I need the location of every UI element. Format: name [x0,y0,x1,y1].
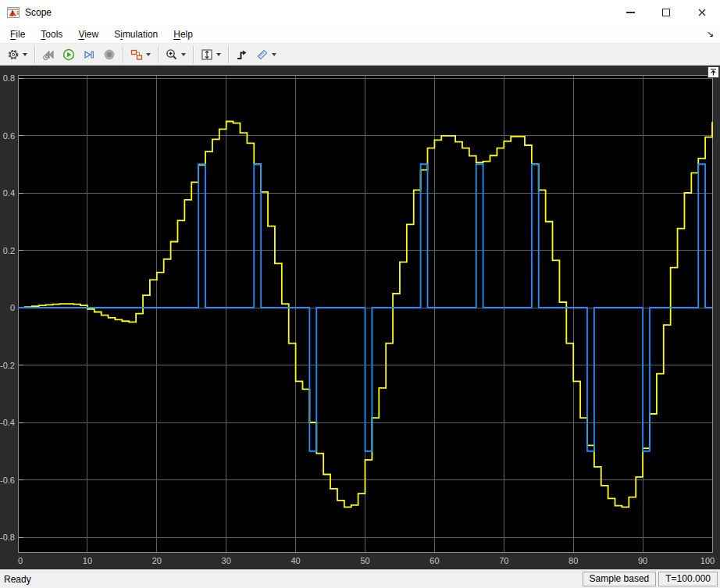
chevron-down-icon [216,53,221,56]
step-back-icon [42,48,55,61]
zoom-icon [166,48,178,61]
svg-text:0.4: 0.4 [3,188,15,198]
toolbar-separator [193,46,194,63]
menu-item-file[interactable]: File [2,27,33,42]
plot-panel: 01020304050607080901000.80.60.40.20-0.2-… [0,66,720,569]
arrow-up-to-bar-icon [709,68,718,77]
svg-text:70: 70 [499,556,508,565]
trigger-icon [236,48,248,61]
status-ready: Ready [4,574,583,585]
window-title: Scope [25,7,612,18]
title-bar: Scope [0,0,720,25]
fit-to-view-button[interactable] [198,45,224,64]
svg-text:20: 20 [152,556,162,565]
matlab-scope-app-icon [7,6,20,19]
menu-bar: FileToolsViewSimulationHelp↘ [0,25,720,44]
svg-text:40: 40 [290,556,300,565]
svg-text:90: 90 [638,556,647,565]
menu-item-view[interactable]: View [70,27,106,42]
status-bar: Ready Sample based T=100.000 [0,569,720,588]
svg-text:-0.2: -0.2 [0,361,15,370]
run-button[interactable] [59,45,78,64]
svg-text:100: 100 [700,556,715,565]
scope-window: Scope FileToolsViewSimulationHelp↘ 01020… [0,0,720,588]
toolbar-separator [228,46,229,63]
svg-text:80: 80 [569,556,578,565]
toolbar-separator [123,46,123,63]
step-forward-icon [83,48,95,61]
scope-plot[interactable]: 01020304050607080901000.80.60.40.20-0.2-… [0,66,720,569]
menu-item-simulation[interactable]: Simulation [106,27,166,42]
menu-item-tools[interactable]: Tools [33,27,70,42]
settings-gear-icon [7,48,20,61]
menu-item-help[interactable]: Help [166,27,201,42]
svg-text:-0.6: -0.6 [0,476,15,485]
chevron-down-icon [181,53,186,56]
run-icon [62,48,75,61]
svg-text:50: 50 [360,556,369,565]
toolbar-separator [158,46,159,63]
status-sample-mode: Sample based [583,572,657,586]
highlight-simulink-block-icon [130,48,143,61]
step-forward-button[interactable] [80,45,98,64]
stop-icon [103,48,116,61]
chevron-down-icon [23,53,27,56]
minimize-button[interactable] [612,0,648,25]
cursor-measurements-icon [256,48,269,61]
settings-gear-button[interactable] [4,45,30,64]
maximize-button[interactable] [648,0,684,25]
highlight-simulink-block-button[interactable] [127,45,154,64]
step-back-button[interactable] [39,45,58,64]
stop-button[interactable] [100,45,119,64]
svg-text:60: 60 [430,556,439,565]
svg-text:-0.8: -0.8 [0,533,15,542]
chevron-down-icon [272,53,276,56]
status-time: T=100.000 [658,572,718,586]
svg-text:0.8: 0.8 [3,73,15,83]
close-button[interactable] [684,0,720,25]
svg-text:30: 30 [222,556,231,565]
svg-text:-0.4: -0.4 [0,418,15,427]
chevron-down-icon [146,53,151,56]
svg-text:0.6: 0.6 [3,131,15,141]
svg-text:10: 10 [83,556,92,565]
cursor-measurements-button[interactable] [253,45,280,64]
fit-to-view-icon [201,48,213,61]
scroll-top-button[interactable] [708,66,719,78]
close-icon [697,8,707,17]
svg-text:0: 0 [10,303,15,312]
window-controls [612,0,720,25]
toolbar-separator [34,46,35,63]
maximize-icon [662,9,670,16]
svg-text:0.2: 0.2 [3,246,15,255]
menu-overflow-icon[interactable]: ↘ [707,29,714,39]
svg-text:0: 0 [18,556,23,565]
minimize-icon [626,12,635,13]
zoom-button[interactable] [162,45,189,64]
toolbar [0,44,720,66]
trigger-button[interactable] [233,45,251,64]
